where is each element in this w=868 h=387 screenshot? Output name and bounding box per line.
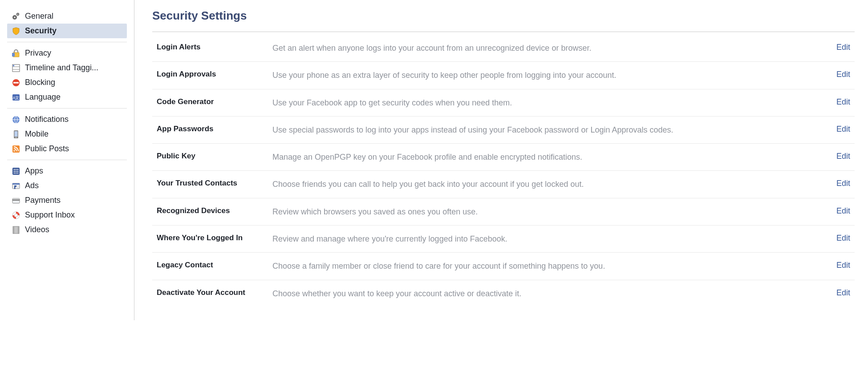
svg-rect-5	[12, 53, 15, 56]
sidebar-item-notifications[interactable]: Notifications	[7, 112, 127, 127]
edit-link-trusted-contacts[interactable]: Edit	[823, 179, 850, 188]
sidebar-item-videos[interactable]: Videos	[7, 222, 127, 237]
setting-row-login-approvals[interactable]: Login ApprovalsUse your phone as an extr…	[152, 62, 855, 89]
sidebar-section: AppsAdsPaymentsSupport InboxVideos	[7, 164, 127, 241]
sidebar-item-mobile[interactable]: Mobile	[7, 127, 127, 141]
title-divider	[152, 32, 855, 32]
edit-link-public-key[interactable]: Edit	[823, 152, 850, 161]
svg-point-2	[14, 16, 15, 18]
page-title: Security Settings	[152, 9, 855, 23]
setting-row-where-logged-in[interactable]: Where You're Logged InReview and manage …	[152, 226, 855, 253]
svg-rect-45	[18, 228, 19, 229]
sidebar-item-timeline[interactable]: Timeline and Taggi...	[7, 60, 127, 75]
svg-point-26	[17, 170, 19, 172]
card-icon	[12, 196, 20, 205]
sidebar-item-label: Apps	[25, 166, 43, 176]
globe-icon	[12, 115, 20, 124]
setting-row-recognized-devices[interactable]: Recognized DevicesReview which browsers …	[152, 198, 855, 226]
sidebar-item-label: Public Posts	[25, 144, 69, 153]
shield-icon	[12, 27, 20, 36]
sidebar-item-privacy[interactable]: Privacy	[7, 46, 127, 60]
edit-link-app-passwords[interactable]: Edit	[823, 125, 850, 134]
svg-rect-42	[13, 231, 14, 232]
sidebar-item-security[interactable]: Security	[7, 24, 127, 38]
setting-row-app-passwords[interactable]: App PasswordsUse special passwords to lo…	[152, 117, 855, 144]
svg-rect-18	[12, 145, 20, 153]
sidebar-section: NotificationsMobilePublic Posts	[7, 112, 127, 160]
sidebar-item-label: Mobile	[25, 129, 49, 139]
svg-point-23	[17, 169, 19, 170]
svg-rect-48	[18, 232, 19, 233]
blocking-icon	[12, 78, 20, 87]
sidebar-section: PrivacyTimeline and Taggi...BlockingA文La…	[7, 46, 127, 109]
svg-rect-40	[13, 228, 14, 229]
ads-icon	[12, 181, 20, 190]
setting-row-legacy-contact[interactable]: Legacy ContactChoose a family member or …	[152, 253, 855, 280]
edit-link-login-alerts[interactable]: Edit	[823, 43, 850, 52]
edit-link-legacy-contact[interactable]: Edit	[823, 261, 850, 270]
svg-point-25	[16, 170, 17, 172]
sidebar-item-payments[interactable]: Payments	[7, 193, 127, 208]
setting-label: Public Key	[157, 152, 272, 161]
setting-label: Recognized Devices	[157, 206, 272, 215]
timeline-icon	[12, 64, 20, 73]
setting-description: Use your Facebook app to get security co…	[272, 97, 823, 108]
edit-link-deactivate[interactable]: Edit	[823, 288, 850, 298]
svg-rect-31	[12, 183, 20, 185]
svg-point-3	[17, 14, 18, 15]
setting-description: Use your phone as an extra layer of secu…	[272, 70, 823, 81]
edit-link-where-logged-in[interactable]: Edit	[823, 234, 850, 243]
setting-row-trusted-contacts[interactable]: Your Trusted ContactsChoose friends you …	[152, 171, 855, 198]
setting-label: App Passwords	[157, 125, 272, 133]
sidebar-item-blocking[interactable]: Blocking	[7, 75, 127, 90]
setting-row-login-alerts[interactable]: Login AlertsGet an alert when anyone log…	[152, 35, 855, 62]
sidebar-item-label: Notifications	[25, 115, 69, 124]
edit-link-recognized-devices[interactable]: Edit	[823, 206, 850, 216]
sidebar-item-label: Privacy	[25, 48, 51, 58]
edit-link-login-approvals[interactable]: Edit	[823, 70, 850, 79]
sidebar-item-support[interactable]: Support Inbox	[7, 208, 127, 222]
setting-row-deactivate[interactable]: Deactivate Your AccountChoose whether yo…	[152, 280, 855, 307]
svg-point-29	[17, 172, 19, 173]
setting-row-code-generator[interactable]: Code GeneratorUse your Facebook app to g…	[152, 89, 855, 117]
setting-description: Manage an OpenPGP key on your Facebook p…	[272, 152, 823, 162]
svg-point-22	[16, 169, 17, 170]
setting-label: Where You're Logged In	[157, 234, 272, 242]
sidebar-item-publicposts[interactable]: Public Posts	[7, 141, 127, 156]
svg-point-19	[13, 150, 15, 151]
mobile-icon	[12, 130, 20, 139]
sidebar-item-ads[interactable]: Ads	[7, 178, 127, 193]
svg-rect-41	[13, 230, 14, 230]
setting-row-public-key[interactable]: Public KeyManage an OpenPGP key on your …	[152, 144, 855, 171]
sidebar-item-label: Security	[25, 26, 57, 36]
svg-point-24	[14, 170, 15, 172]
sidebar-item-language[interactable]: A文Language	[7, 90, 127, 105]
sidebar-item-label: Ads	[25, 181, 39, 190]
gears-icon	[12, 12, 20, 21]
sidebar-item-general[interactable]: General	[7, 9, 127, 24]
setting-description: Review which browsers you saved as ones …	[272, 206, 823, 217]
edit-link-code-generator[interactable]: Edit	[823, 97, 850, 107]
setting-description: Review and manage where you're currently…	[272, 234, 823, 244]
svg-rect-9	[13, 65, 14, 66]
sidebar-item-label: Blocking	[25, 78, 55, 87]
sidebar-item-label: Language	[25, 93, 61, 102]
svg-text:A文: A文	[12, 96, 19, 100]
sidebar-item-label: General	[25, 12, 53, 21]
setting-label: Login Approvals	[157, 70, 272, 79]
settings-sidebar: GeneralSecurityPrivacyTimeline and Taggi…	[0, 0, 134, 320]
svg-point-28	[16, 172, 17, 173]
setting-label: Legacy Contact	[157, 261, 272, 270]
svg-point-21	[14, 169, 15, 170]
svg-rect-39	[13, 227, 14, 228]
sidebar-item-label: Videos	[25, 225, 49, 234]
sidebar-item-label: Timeline and Taggi...	[25, 63, 98, 73]
sidebar-item-apps[interactable]: Apps	[7, 164, 127, 178]
lock-icon	[12, 49, 20, 58]
svg-rect-47	[18, 231, 19, 232]
setting-description: Choose a family member or close friend t…	[272, 261, 823, 271]
setting-label: Your Trusted Contacts	[157, 179, 272, 188]
svg-rect-44	[18, 227, 19, 228]
svg-rect-46	[18, 230, 19, 230]
lifebuoy-icon	[12, 211, 20, 220]
